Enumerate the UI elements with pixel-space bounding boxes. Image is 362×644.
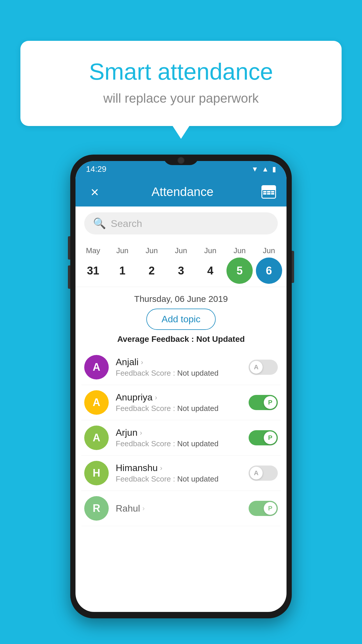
search-icon: 🔍	[93, 217, 106, 230]
feedback-anjali: Feedback Score : Not updated	[116, 369, 242, 378]
student-info-rahul: Rahul ›	[116, 503, 242, 514]
student-name-himanshu: Himanshu ›	[116, 463, 242, 473]
bubble-subtitle: will replace your paperwork	[44, 91, 318, 106]
date-3[interactable]: 3	[168, 258, 194, 284]
month-label-0: May	[80, 246, 106, 255]
toggle-himanshu[interactable]: A	[249, 466, 278, 481]
speech-bubble: Smart attendance will replace your paper…	[20, 41, 342, 126]
app-bar-title: Attendance	[109, 185, 256, 199]
student-row-himanshu[interactable]: H Himanshu › Feedback Score : Not update…	[81, 456, 281, 491]
avatar-rahul: R	[84, 496, 109, 521]
date-1[interactable]: 1	[109, 258, 136, 284]
toggle-knob-arjun: P	[264, 431, 277, 444]
volume-down-button	[68, 265, 70, 289]
attendance-toggle-rahul[interactable]: P	[249, 501, 278, 516]
student-row-anupriya[interactable]: A Anupriya › Feedback Score : Not update…	[81, 385, 281, 420]
month-row: May Jun Jun Jun Jun Jun Jun	[78, 246, 284, 255]
app-bar: × Attendance	[75, 177, 287, 206]
avatar-anupriya: A	[84, 390, 109, 415]
attendance-toggle-anupriya[interactable]: P	[249, 395, 278, 410]
toggle-knob-anjali: A	[250, 361, 263, 374]
month-label-3: Jun	[168, 246, 194, 255]
battery-icon: ▮	[272, 165, 276, 173]
toggle-rahul[interactable]: P	[249, 501, 278, 516]
calendar-strip: May Jun Jun Jun Jun Jun Jun 31 1 2 3 4	[75, 240, 287, 287]
toggle-knob-anupriya: P	[264, 396, 277, 409]
month-label-4: Jun	[197, 246, 224, 255]
date-6-selected[interactable]: 6	[256, 258, 282, 284]
toggle-anjali[interactable]: A	[249, 360, 278, 375]
chevron-icon: ›	[141, 358, 143, 366]
wifi-icon: ▼	[251, 165, 258, 173]
month-label-6: Jun	[256, 246, 282, 255]
status-icons: ▼ ▲ ▮	[251, 165, 276, 173]
date-31[interactable]: 31	[80, 258, 106, 284]
date-2[interactable]: 2	[138, 258, 165, 284]
search-container: 🔍 Search	[75, 206, 287, 240]
avg-feedback-label: Average Feedback :	[117, 335, 194, 344]
date-5-today[interactable]: 5	[226, 258, 253, 284]
student-name-rahul: Rahul ›	[116, 503, 242, 514]
bubble-title: Smart attendance	[44, 58, 318, 85]
phone-frame: 14:29 ▼ ▲ ▮ × Attendance	[70, 155, 292, 618]
selected-date: Thursday, 06 June 2019	[75, 287, 287, 309]
avg-feedback: Average Feedback : Not Updated	[75, 335, 287, 350]
student-info-anjali: Anjali › Feedback Score : Not updated	[116, 357, 242, 378]
toggle-knob-rahul: P	[264, 502, 277, 515]
student-list: A Anjali › Feedback Score : Not updated …	[75, 350, 287, 526]
chevron-icon: ›	[160, 464, 162, 472]
student-name-arjun: Arjun ›	[116, 427, 242, 438]
student-info-himanshu: Himanshu › Feedback Score : Not updated	[116, 463, 242, 484]
status-time: 14:29	[86, 164, 106, 174]
avg-feedback-value: Not Updated	[196, 335, 245, 344]
avatar-himanshu: H	[84, 461, 109, 485]
attendance-toggle-arjun[interactable]: P	[249, 430, 278, 445]
chevron-icon: ›	[143, 504, 145, 512]
feedback-himanshu: Feedback Score : Not updated	[116, 475, 242, 484]
student-name-anupriya: Anupriya ›	[116, 392, 242, 403]
signal-icon: ▲	[262, 165, 269, 173]
attendance-toggle-anjali[interactable]: A	[249, 360, 278, 375]
add-topic-button[interactable]: Add topic	[146, 309, 215, 330]
student-info-arjun: Arjun › Feedback Score : Not updated	[116, 427, 242, 448]
phone-notch	[164, 155, 198, 165]
student-info-anupriya: Anupriya › Feedback Score : Not updated	[116, 392, 242, 413]
student-row-anjali[interactable]: A Anjali › Feedback Score : Not updated …	[81, 350, 281, 385]
feedback-anupriya: Feedback Score : Not updated	[116, 404, 242, 413]
screen-content: 🔍 Search May Jun Jun Jun Jun Jun Jun	[75, 206, 287, 612]
search-placeholder: Search	[111, 218, 142, 229]
calendar-icon[interactable]	[261, 185, 276, 199]
phone-container: 14:29 ▼ ▲ ▮ × Attendance	[70, 155, 292, 618]
student-row-arjun[interactable]: A Arjun › Feedback Score : Not updated P	[81, 420, 281, 456]
feedback-arjun: Feedback Score : Not updated	[116, 439, 242, 448]
month-label-5: Jun	[226, 246, 253, 255]
month-label-2: Jun	[138, 246, 165, 255]
close-icon[interactable]: ×	[86, 184, 103, 200]
phone-camera	[178, 157, 184, 164]
power-button	[292, 251, 294, 283]
date-4[interactable]: 4	[197, 258, 224, 284]
phone-screen: 14:29 ▼ ▲ ▮ × Attendance	[75, 161, 287, 612]
add-topic-section: Add topic	[75, 309, 287, 335]
chevron-icon: ›	[155, 393, 157, 402]
toggle-anupriya[interactable]: P	[249, 395, 278, 410]
chevron-icon: ›	[140, 429, 142, 437]
search-bar[interactable]: 🔍 Search	[84, 212, 278, 235]
toggle-knob-himanshu: A	[250, 467, 263, 480]
speech-bubble-container: Smart attendance will replace your paper…	[20, 41, 342, 126]
student-row-rahul[interactable]: R Rahul › P	[81, 491, 281, 526]
avatar-arjun: A	[84, 426, 109, 450]
volume-up-button	[68, 236, 70, 260]
toggle-arjun[interactable]: P	[249, 430, 278, 445]
attendance-toggle-himanshu[interactable]: A	[249, 466, 278, 481]
student-name-anjali: Anjali ›	[116, 357, 242, 368]
avatar-anjali: A	[84, 355, 109, 379]
month-label-1: Jun	[109, 246, 136, 255]
date-row: 31 1 2 3 4 5 6	[78, 258, 284, 284]
